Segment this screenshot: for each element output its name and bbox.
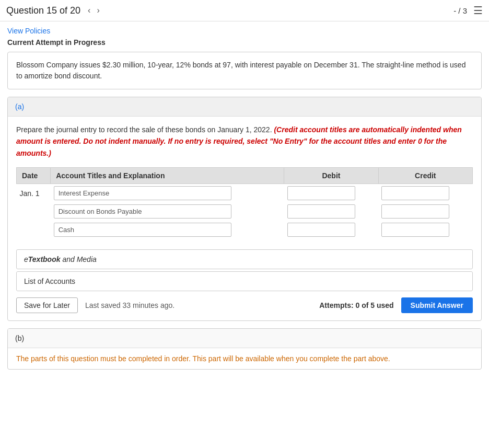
instruction-block: Prepare the journal entry to record the … [16, 124, 473, 159]
question-text: Blossom Company issues $2.30 million, 10… [16, 61, 465, 80]
etextbook-label-text: eTextbook and Media [24, 255, 97, 263]
question-text-box: Blossom Company issues $2.30 million, 10… [7, 52, 482, 89]
prev-button[interactable]: ‹ [85, 5, 94, 16]
col-debit: Debit [284, 168, 378, 184]
score-display: - / 3 [453, 6, 467, 15]
table-row [17, 221, 473, 239]
submit-answer-button[interactable]: Submit Answer [401, 297, 473, 313]
account-cell-3 [51, 221, 284, 239]
instruction-normal: Prepare the journal entry to record the … [16, 125, 272, 134]
table-row: Jan. 1 [17, 184, 473, 203]
credit-input-3[interactable] [381, 223, 449, 237]
list-icon[interactable]: ☰ [473, 4, 483, 17]
journal-table: Date Account Titles and Explanation Debi… [16, 167, 473, 239]
last-saved-text: Last saved 33 minutes ago. [85, 301, 174, 309]
etextbook-button[interactable]: eTextbook and Media [16, 249, 473, 269]
debit-input-2[interactable] [287, 204, 355, 219]
account-input-1[interactable] [54, 186, 231, 200]
credit-input-1[interactable] [381, 186, 449, 200]
view-policies-link[interactable]: View Policies [7, 27, 50, 35]
table-row [17, 202, 473, 221]
etextbook-label: eTextbook and Media [24, 255, 97, 263]
part-b-section: (b) The parts of this question must be c… [7, 328, 482, 370]
col-date: Date [17, 168, 51, 184]
debit-input-1[interactable] [287, 186, 355, 200]
bottom-bar: eTextbook and Media List of Accounts [16, 249, 473, 291]
debit-cell-2 [284, 202, 378, 221]
debit-cell-3 [284, 221, 378, 239]
part-b-unavailable-text: The parts of this question must be compl… [16, 354, 473, 363]
part-b-body: The parts of this question must be compl… [8, 348, 481, 369]
attempts-label: Attempts: 0 of 5 used [319, 301, 393, 309]
credit-cell-1 [378, 184, 472, 203]
credit-cell-2 [378, 202, 472, 221]
save-later-button[interactable]: Save for Later [16, 297, 78, 313]
date-cell-3 [17, 221, 51, 239]
next-button[interactable]: › [94, 5, 102, 16]
part-a-label: (a) [8, 97, 481, 117]
date-cell-1: Jan. 1 [17, 184, 51, 203]
part-a-body: Prepare the journal entry to record the … [8, 117, 481, 320]
list-accounts-label: List of Accounts [24, 277, 75, 285]
list-accounts-button[interactable]: List of Accounts [16, 271, 473, 291]
account-input-3[interactable] [54, 223, 231, 237]
main-content: View Policies Current Attempt in Progres… [0, 21, 489, 375]
account-cell-2 [51, 202, 284, 221]
part-b-label: (b) [8, 329, 481, 348]
current-attempt-label: Current Attempt in Progress [7, 38, 482, 47]
col-account: Account Titles and Explanation [51, 168, 284, 184]
credit-cell-3 [378, 221, 472, 239]
question-title: Question 15 of 20 [6, 5, 80, 16]
part-a-section: (a) Prepare the journal entry to record … [7, 97, 482, 321]
debit-input-3[interactable] [287, 223, 355, 237]
account-input-2[interactable] [54, 204, 231, 219]
save-submit-row: Save for Later Last saved 33 minutes ago… [16, 297, 473, 313]
question-header: Question 15 of 20 ‹ › - / 3 ☰ [0, 0, 489, 21]
header-right: - / 3 ☰ [453, 4, 483, 17]
credit-input-2[interactable] [381, 204, 449, 219]
date-cell-2 [17, 202, 51, 221]
debit-cell-1 [284, 184, 378, 203]
col-credit: Credit [378, 168, 472, 184]
account-cell-1 [51, 184, 284, 203]
